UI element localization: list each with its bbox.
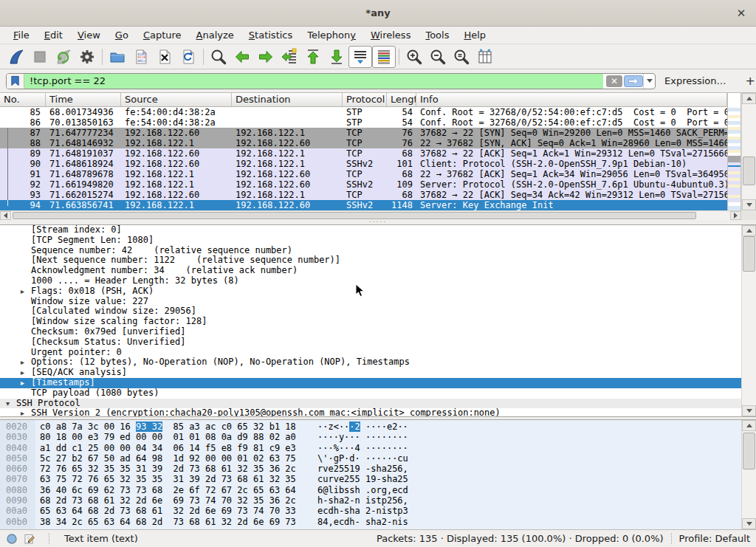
menu-statistics[interactable]: Statistics: [241, 27, 300, 43]
column-header-source[interactable]: Source: [121, 93, 232, 106]
go-back-button[interactable]: [230, 46, 254, 68]
reload-file-button[interactable]: [176, 46, 200, 68]
hex-row[interactable]: 006072 76 65 32 35 35 31 39 2d 73 68 61 …: [0, 464, 741, 474]
tree-collapsed-icon[interactable]: ▸: [21, 408, 31, 416]
hex-row[interactable]: 00b038 34 2c 65 63 64 68 2d 73 68 61 32 …: [0, 517, 741, 527]
packet-row[interactable]: 8971.648191037192.168.122.60192.168.122.…: [0, 148, 727, 159]
scroll-down-button[interactable]: [742, 199, 756, 210]
close-file-button[interactable]: [153, 46, 176, 68]
detail-row[interactable]: ▾SSH Protocol: [0, 399, 741, 409]
hex-row[interactable]: 00505c 27 b2 67 50 ad 64 98 1d 92 00 00 …: [0, 453, 741, 464]
capture-options-button[interactable]: [75, 46, 99, 68]
scroll-thumb[interactable]: [743, 433, 755, 469]
go-forward-button[interactable]: [254, 46, 278, 68]
detail-row[interactable]: Checksum: 0x79ed [unverified]: [0, 327, 741, 337]
packet-row[interactable]: 8568.001734936fe:54:00:d4:38:2aSTP54Conf…: [0, 107, 727, 117]
packet-row[interactable]: 9371.662015274192.168.122.60192.168.122.…: [0, 190, 727, 200]
tree-collapsed-icon[interactable]: ▸: [21, 286, 31, 297]
tree-collapsed-icon[interactable]: ▸: [21, 368, 31, 378]
scroll-down-button[interactable]: [742, 405, 756, 416]
column-header-time[interactable]: Time: [46, 93, 121, 106]
packet-list-vscrollbar[interactable]: [741, 93, 756, 210]
save-file-button[interactable]: 010101100011: [129, 46, 153, 68]
scroll-left-button[interactable]: [0, 211, 11, 220]
zoom-out-button[interactable]: [426, 46, 450, 68]
tree-expanded-icon[interactable]: ▾: [6, 399, 16, 409]
start-capture-button[interactable]: [4, 46, 28, 68]
packet-row[interactable]: 8670.013850163fe:54:00:d4:38:2aSTP54Conf…: [0, 117, 727, 128]
scroll-up-button[interactable]: [742, 225, 756, 236]
scroll-right-button[interactable]: [730, 211, 741, 220]
detail-row[interactable]: [TCP Segment Len: 1080]: [0, 235, 741, 246]
scroll-up-button[interactable]: [742, 420, 756, 431]
packet-row[interactable]: 9171.648789678192.168.122.1192.168.122.6…: [0, 169, 727, 179]
tree-collapsed-icon[interactable]: ▸: [21, 378, 31, 388]
detail-row[interactable]: Urgent pointer: 0: [0, 348, 741, 358]
auto-scroll-button[interactable]: [348, 46, 372, 68]
column-header-info[interactable]: Info: [416, 93, 727, 106]
packet-row[interactable]: 9471.663856741192.168.122.1192.168.122.6…: [0, 200, 727, 210]
packet-list-minimap[interactable]: [728, 93, 741, 210]
menu-tools[interactable]: Tools: [418, 27, 456, 43]
detail-row[interactable]: ▸Flags: 0x018 (PSH, ACK): [0, 286, 741, 297]
hex-row[interactable]: 00a065 63 64 68 2d 73 68 61 32 2d 6e 69 …: [0, 506, 741, 516]
detail-row[interactable]: ▸Options: (12 bytes), No-Operation (NOP)…: [0, 357, 741, 368]
packet-list-hscrollbar[interactable]: [0, 210, 741, 220]
menu-wireless[interactable]: Wireless: [363, 27, 418, 43]
detail-row[interactable]: 1000 .... = Header Length: 32 bytes (8): [0, 276, 741, 286]
packet-row[interactable]: 8871.648146932192.168.122.1192.168.122.6…: [0, 138, 727, 148]
find-packet-button[interactable]: [207, 46, 230, 68]
packet-row[interactable]: 9071.648618924192.168.122.60192.168.122.…: [0, 159, 727, 169]
detail-row[interactable]: TCP payload (1080 bytes): [0, 388, 741, 399]
menu-edit[interactable]: Edit: [37, 27, 70, 43]
detail-row[interactable]: ▸[Timestamps]: [0, 378, 741, 388]
resize-columns-button[interactable]: [473, 46, 497, 68]
menu-capture[interactable]: Capture: [136, 27, 189, 43]
detail-row[interactable]: [Window size scaling factor: 128]: [0, 317, 741, 327]
column-header-protocol[interactable]: Protocol: [343, 93, 387, 106]
zoom-reset-button[interactable]: [450, 46, 473, 68]
detail-row[interactable]: [Stream index: 0]: [0, 225, 741, 235]
scroll-down-button[interactable]: [742, 518, 756, 529]
scroll-track[interactable]: [742, 431, 756, 518]
hex-row[interactable]: 008036 40 6c 69 62 73 73 68 2e 6f 72 67 …: [0, 485, 741, 495]
menu-help[interactable]: Help: [456, 27, 493, 43]
go-first-button[interactable]: [301, 46, 325, 68]
packet-row[interactable]: 9271.661949820192.168.122.1192.168.122.6…: [0, 179, 727, 190]
filter-bookmark-icon[interactable]: [7, 74, 24, 89]
scroll-track[interactable]: [742, 104, 756, 199]
display-filter-field[interactable]: !tcp.port == 22 ✕: [6, 73, 656, 89]
scroll-thumb[interactable]: [743, 236, 755, 272]
scroll-thumb[interactable]: [743, 156, 755, 185]
hex-row[interactable]: 0040a1 dd c1 25 00 00 04 34 06 14 f5 e8 …: [0, 443, 741, 453]
go-last-button[interactable]: [325, 46, 348, 68]
detail-row[interactable]: Sequence number: 42 (relative sequence n…: [0, 246, 741, 256]
column-header-no[interactable]: No.: [0, 93, 46, 106]
hex-vscrollbar[interactable]: [741, 420, 756, 529]
filter-clear-button[interactable]: ✕: [606, 75, 622, 87]
close-window-button[interactable]: ✕: [734, 6, 749, 21]
packet-row[interactable]: 8771.647777234192.168.122.60192.168.122.…: [0, 128, 727, 138]
expression-button[interactable]: Expression…: [664, 75, 726, 86]
tree-collapsed-icon[interactable]: ▸: [21, 357, 31, 368]
menu-telephony[interactable]: Telephony: [300, 27, 363, 43]
status-profile[interactable]: Profile: Default: [679, 533, 750, 544]
detail-row[interactable]: ▸SSH Version 2 (encryption:chacha20-poly…: [0, 408, 741, 416]
colorize-button[interactable]: [372, 46, 396, 68]
menu-view[interactable]: View: [70, 27, 108, 43]
hex-row[interactable]: 007063 75 72 76 65 32 35 35 31 39 2d 73 …: [0, 474, 741, 484]
scroll-thumb[interactable]: [13, 212, 696, 219]
titlebar[interactable]: *any ✕: [0, 0, 756, 27]
column-header-length[interactable]: Length: [387, 93, 416, 106]
filter-dropdown-caret[interactable]: [643, 74, 655, 89]
expert-info-icon[interactable]: [6, 533, 18, 545]
detail-row[interactable]: Acknowledgment number: 34 (relative ack …: [0, 266, 741, 276]
scroll-track[interactable]: [742, 236, 756, 405]
hex-row[interactable]: 0020c0 a8 7a 3c 00 16 93 32 85 a3 ac c0 …: [0, 422, 741, 432]
add-filter-button[interactable]: +: [741, 74, 756, 88]
detail-row[interactable]: ▸[SEQ/ACK analysis]: [0, 368, 741, 378]
go-to-packet-button[interactable]: [278, 46, 301, 68]
hex-row[interactable]: 003080 18 00 e3 79 ed 00 00 01 01 08 0a …: [0, 432, 741, 442]
filter-apply-button[interactable]: [624, 75, 643, 87]
menu-go[interactable]: Go: [108, 27, 136, 43]
